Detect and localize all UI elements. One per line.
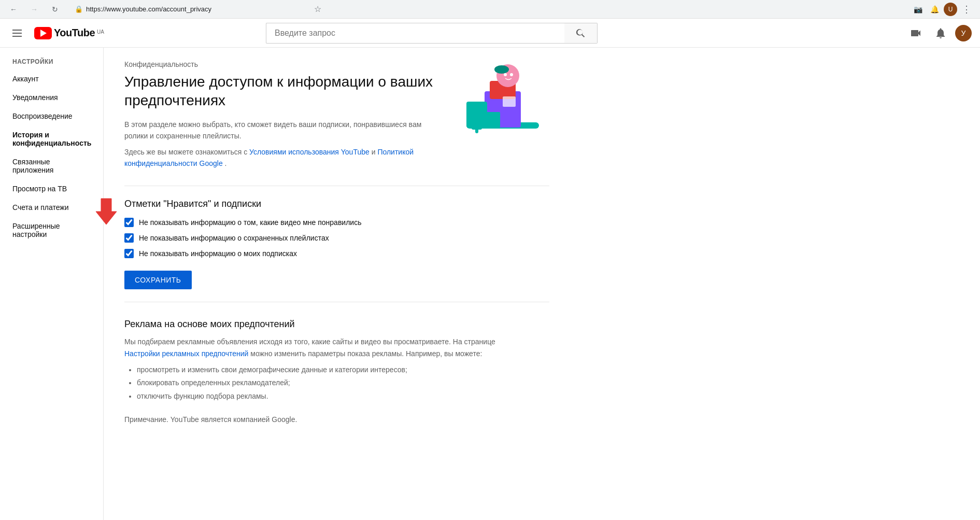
svg-point-11 (510, 73, 513, 76)
sidebar-item-advanced[interactable]: Расширенные настройки (0, 217, 103, 244)
ads-desc-mid: можно изменить параметры показа рекламы.… (250, 349, 482, 358)
user-avatar[interactable]: У (955, 25, 972, 41)
url-text: https://www.youtube.com/account_privacy (86, 5, 311, 13)
sidebar-item-playback[interactable]: Воспроизведение (0, 107, 103, 125)
checkbox-item-liked-videos[interactable]: Не показывать информацию о том, какие ви… (124, 218, 549, 227)
section-divider-1 (124, 186, 549, 186)
reload-button[interactable]: ↻ (48, 2, 62, 17)
sidebar-item-account[interactable]: Аккаунт (0, 69, 103, 88)
settings-sidebar: НАСТРОЙКИ Аккаунт Уведомления Воспроизве… (0, 48, 104, 520)
url-path: /account_privacy (161, 5, 212, 13)
checkbox-saved-playlists[interactable] (124, 233, 134, 243)
checkbox-item-subscriptions[interactable]: Не показывать информацию о моих подписка… (124, 249, 549, 258)
url-bar[interactable]: 🔒 https://www.youtube.com/account_privac… (68, 1, 328, 17)
search-input[interactable] (266, 23, 564, 44)
lock-icon: 🔒 (75, 5, 83, 13)
ads-list-item-2: блокировать определенных рекламодателей; (137, 376, 498, 389)
page-description-line1: В этом разделе можно выбрать, кто сможет… (124, 119, 435, 142)
back-button[interactable]: ← (6, 2, 21, 17)
browser-bar: ← → ↻ 🔒 https://www.youtube.com/account_… (0, 0, 980, 19)
checkbox-item-saved-playlists[interactable]: Не показывать информацию о сохраненных п… (124, 233, 549, 243)
header-right: У (905, 23, 972, 44)
ads-preferences-link[interactable]: Настройки рекламных предпочтений (124, 349, 248, 358)
sidebar-item-history[interactable]: История и конфиденциальность (0, 125, 103, 152)
sidebar-item-tv[interactable]: Просмотр на ТВ (0, 179, 103, 198)
browser-notifications-button[interactable]: 🔔 (927, 2, 942, 17)
description-text-mid: и (372, 148, 378, 156)
description-text-end: . (225, 159, 227, 167)
hero-illustration (456, 60, 549, 143)
svg-rect-6 (503, 96, 516, 107)
arrow-annotation (93, 196, 119, 229)
ads-section: Реклама на основе моих предпочтений Мы п… (124, 319, 549, 423)
sidebar-item-apps[interactable]: Связанные приложения (0, 152, 103, 179)
forward-button[interactable]: → (27, 2, 41, 17)
ads-desc-prefix: Мы подбираем рекламные объявления исходя… (124, 338, 495, 346)
footnote-text: Примечание. YouTube является компанией G… (124, 415, 549, 424)
browser-menu-button[interactable]: ⋮ (959, 2, 974, 17)
privacy-illustration (456, 60, 549, 143)
terms-link[interactable]: Условиями использования YouTube (249, 148, 370, 156)
search-icon (576, 28, 586, 38)
privacy-checkboxes: Не показывать информацию о том, какие ви… (124, 218, 549, 258)
likes-section-container: Отметки "Нравится" и подписки Не показыв… (124, 199, 549, 289)
youtube-logo-text: YouTube (54, 27, 95, 39)
save-button[interactable]: СОХРАНИТЬ (124, 271, 192, 289)
checkbox-liked-videos[interactable] (124, 218, 134, 227)
svg-rect-5 (485, 112, 500, 128)
checkbox-label-liked-videos: Не показывать информацию о том, какие ви… (139, 218, 361, 227)
ads-list-item-3: отключить функцию подбора рекламы. (137, 390, 498, 403)
youtube-logo[interactable]: YouTube UA (34, 27, 104, 39)
search-area (266, 23, 598, 44)
ads-section-title: Реклама на основе моих предпочтений (124, 319, 549, 330)
site-header: YouTube UA У (0, 19, 980, 48)
browser-right-icons: 📷 🔔 U ⋮ (911, 2, 974, 17)
page-section-label: Конфиденциальность (124, 60, 435, 68)
hero-text: Конфиденциальность Управление доступом к… (124, 60, 435, 173)
sidebar-title: НАСТРОЙКИ (0, 54, 103, 69)
bell-icon (934, 27, 947, 39)
main-content: Конфиденциальность Управление доступом к… (104, 48, 570, 520)
cast-button[interactable]: 📷 (911, 2, 925, 17)
search-button[interactable] (564, 23, 598, 44)
checkbox-subscriptions[interactable] (124, 249, 134, 258)
section-divider-2 (124, 302, 549, 302)
bookmark-star-button[interactable]: ☆ (314, 4, 321, 14)
ads-list: просмотреть и изменить свои демографичес… (124, 363, 498, 403)
notifications-button[interactable] (930, 23, 951, 44)
browser-profile-avatar[interactable]: U (944, 3, 957, 16)
svg-point-9 (494, 65, 509, 74)
page-description-line2: Здесь же вы можете ознакомиться с Услови… (124, 146, 435, 170)
header-left: YouTube UA (8, 25, 112, 41)
description-text-prefix: Здесь же вы можете ознакомиться с (124, 148, 249, 156)
likes-section-title: Отметки "Нравится" и подписки (124, 199, 549, 209)
ads-list-item-1: просмотреть и изменить свои демографичес… (137, 363, 498, 376)
page-heading: Управление доступом к информации о ваших… (124, 73, 435, 110)
youtube-country-code: UA (97, 29, 104, 35)
page-layout: НАСТРОЙКИ Аккаунт Уведомления Воспроизве… (0, 48, 980, 520)
sidebar-item-billing[interactable]: Счета и платежи (0, 198, 103, 217)
hero-section: Конфиденциальность Управление доступом к… (124, 60, 549, 173)
menu-hamburger-button[interactable] (8, 25, 26, 41)
url-domain: https://www. (86, 5, 122, 13)
checkbox-label-subscriptions: Не показывать информацию о моих подписка… (139, 249, 297, 258)
checkbox-label-saved-playlists: Не показывать информацию о сохраненных п… (139, 234, 329, 242)
svg-rect-8 (475, 123, 478, 133)
youtube-logo-icon (34, 27, 52, 39)
ads-description: Мы подбираем рекламные объявления исходя… (124, 336, 498, 402)
svg-point-10 (504, 73, 507, 76)
sidebar-item-notifications[interactable]: Уведомления (0, 88, 103, 107)
create-video-button[interactable] (905, 23, 926, 44)
video-camera-icon (910, 27, 922, 39)
svg-marker-13 (96, 199, 117, 224)
